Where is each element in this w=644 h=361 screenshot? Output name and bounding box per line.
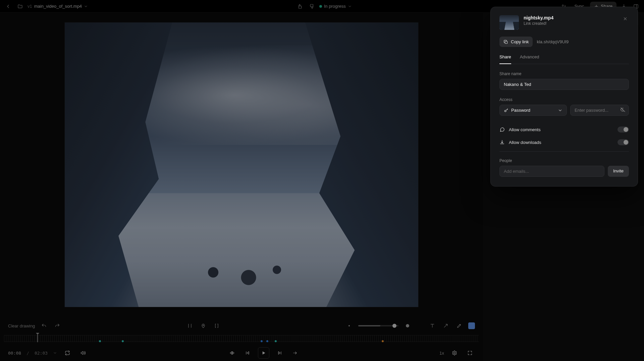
loop-button[interactable] bbox=[62, 348, 72, 358]
download-icon bbox=[499, 140, 505, 145]
time-sep: / bbox=[26, 351, 29, 356]
filename: main_video_of_sort.mp4 bbox=[34, 4, 82, 9]
next-frame-button[interactable] bbox=[275, 348, 285, 358]
thumbs-down-icon[interactable] bbox=[307, 2, 317, 11]
share-title: nightsky.mp4 bbox=[524, 15, 553, 20]
timeline-container bbox=[0, 332, 483, 345]
transport-bar: 00:08 / 02:03 1x bbox=[0, 345, 483, 361]
play-button[interactable] bbox=[258, 347, 269, 359]
share-name-label: Share name bbox=[499, 71, 629, 76]
skip-fwd-button[interactable] bbox=[290, 348, 300, 358]
share-thumbnail bbox=[499, 15, 519, 30]
skip-back-button[interactable] bbox=[227, 348, 237, 358]
status-pill[interactable]: In progress bbox=[319, 4, 352, 9]
chevron-down-icon bbox=[558, 108, 562, 113]
arrow-tool[interactable] bbox=[441, 321, 450, 330]
people-label: People bbox=[499, 158, 629, 163]
brush-large-icon bbox=[403, 321, 412, 330]
chevron-down-icon[interactable] bbox=[53, 351, 57, 355]
drawing-toolbar: Clear drawing bbox=[0, 319, 483, 332]
pen-tool[interactable] bbox=[455, 321, 464, 330]
copy-icon bbox=[503, 40, 508, 44]
allow-comments-label: Allow comments bbox=[509, 127, 541, 132]
tab-share[interactable]: Share bbox=[499, 54, 511, 64]
bracket-tool[interactable] bbox=[212, 321, 221, 330]
timeline-marker[interactable] bbox=[382, 340, 384, 342]
time-current: 00:08 bbox=[8, 351, 21, 356]
share-subtitle: Link created! bbox=[524, 21, 553, 26]
text-tool[interactable] bbox=[428, 321, 437, 330]
brush-size-slider[interactable] bbox=[358, 325, 398, 326]
shape-tool[interactable] bbox=[185, 321, 194, 330]
allow-downloads-toggle[interactable] bbox=[618, 139, 629, 145]
svg-point-3 bbox=[348, 325, 350, 326]
svg-rect-6 bbox=[505, 41, 507, 43]
svg-point-5 bbox=[454, 352, 455, 354]
status-dot-icon bbox=[319, 5, 322, 8]
chevron-down-icon bbox=[84, 4, 88, 8]
timeline-marker[interactable] bbox=[99, 340, 101, 342]
volume-button[interactable] bbox=[78, 348, 88, 358]
comment-icon bbox=[499, 127, 505, 132]
brush-small-icon bbox=[345, 321, 354, 330]
share-panel: nightsky.mp4 Link created! Copy link kla… bbox=[490, 7, 638, 187]
back-button[interactable] bbox=[3, 2, 13, 11]
version-badge: v1 bbox=[28, 4, 32, 9]
prev-frame-button[interactable] bbox=[243, 348, 253, 358]
timeline-marker[interactable] bbox=[261, 340, 263, 342]
copy-link-label: Copy link bbox=[511, 39, 529, 44]
allow-downloads-label: Allow downloads bbox=[509, 140, 541, 145]
eye-off-icon[interactable] bbox=[620, 107, 626, 114]
people-emails-input[interactable] bbox=[499, 166, 604, 177]
timeline-cursor[interactable] bbox=[37, 335, 38, 342]
color-swatch[interactable] bbox=[468, 322, 475, 329]
access-mode-value: Password bbox=[511, 108, 530, 113]
allow-comments-toggle[interactable] bbox=[618, 126, 629, 133]
key-icon bbox=[504, 108, 508, 113]
share-link: kla.sh/dqqV9Ul9 bbox=[537, 39, 569, 44]
time-total: 02:03 bbox=[35, 351, 48, 356]
timeline[interactable] bbox=[4, 335, 479, 342]
svg-point-0 bbox=[562, 5, 564, 6]
access-mode-select[interactable]: Password bbox=[499, 105, 567, 116]
invite-button[interactable]: Invite bbox=[608, 166, 629, 177]
playback-speed[interactable]: 1x bbox=[439, 351, 444, 356]
timeline-marker[interactable] bbox=[275, 340, 277, 342]
undo-button[interactable] bbox=[40, 321, 48, 330]
settings-button[interactable] bbox=[449, 348, 460, 358]
status-label: In progress bbox=[324, 4, 346, 9]
redo-button[interactable] bbox=[53, 321, 62, 330]
pin-tool[interactable] bbox=[199, 321, 208, 330]
copy-link-button[interactable]: Copy link bbox=[499, 37, 533, 47]
chevron-down-icon bbox=[348, 4, 352, 8]
thumbs-up-icon[interactable] bbox=[295, 2, 305, 11]
video-stage bbox=[0, 13, 483, 319]
tab-advanced[interactable]: Advanced bbox=[520, 54, 539, 64]
svg-point-2 bbox=[203, 325, 204, 326]
breadcrumb[interactable]: v1 main_video_of_sort.mp4 bbox=[28, 4, 88, 9]
timeline-marker[interactable] bbox=[122, 340, 124, 342]
share-tabs: Share Advanced bbox=[499, 54, 629, 64]
folder-icon[interactable] bbox=[15, 2, 25, 11]
access-label: Access bbox=[499, 97, 629, 102]
close-button[interactable] bbox=[622, 15, 629, 22]
clear-drawing-button[interactable]: Clear drawing bbox=[8, 323, 35, 328]
svg-point-4 bbox=[406, 324, 409, 327]
share-name-input[interactable] bbox=[499, 79, 629, 90]
video-frame[interactable] bbox=[64, 22, 419, 307]
timeline-marker[interactable] bbox=[266, 340, 268, 342]
fullscreen-button[interactable] bbox=[465, 348, 475, 358]
